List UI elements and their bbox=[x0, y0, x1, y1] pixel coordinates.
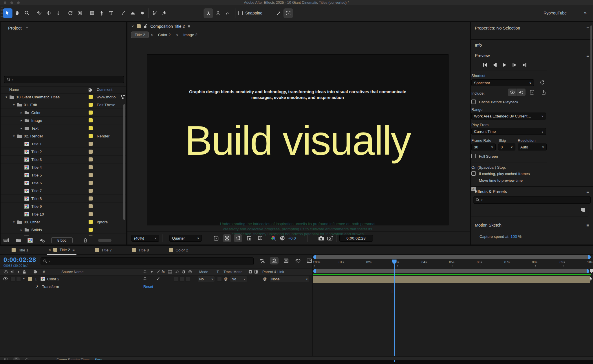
shy-switch-icon[interactable] bbox=[143, 270, 147, 274]
track-matte-dropdown[interactable]: No∨ bbox=[230, 276, 247, 282]
fast-previews-icon[interactable] bbox=[212, 234, 220, 242]
hand-tool[interactable] bbox=[12, 8, 22, 18]
toolbar-grabber[interactable] bbox=[1, 8, 3, 19]
project-row[interactable]: Title 8 bbox=[1, 195, 126, 203]
timeline-search-input[interactable]: ∨ bbox=[41, 257, 254, 265]
project-row[interactable]: Title 10 bbox=[1, 210, 126, 218]
panel-menu-icon[interactable]: ≡ bbox=[586, 53, 589, 58]
info-panel-header[interactable]: Info bbox=[475, 43, 482, 47]
full-screen-checkbox[interactable] bbox=[471, 154, 476, 158]
source-name-column-label[interactable]: Source Name bbox=[61, 270, 83, 274]
parent-link-column-label[interactable]: Parent & Link bbox=[262, 270, 284, 274]
effects-presets-header[interactable]: Effects & Presets bbox=[475, 189, 507, 194]
zoom-tool[interactable] bbox=[22, 8, 32, 18]
work-area-bar[interactable] bbox=[313, 269, 589, 273]
label-swatch[interactable] bbox=[89, 220, 93, 224]
label-swatch[interactable] bbox=[89, 181, 93, 185]
navigator-end-handle[interactable] bbox=[588, 255, 591, 259]
panel-menu-icon[interactable]: ≡ bbox=[188, 24, 190, 29]
label-swatch[interactable] bbox=[89, 204, 93, 208]
reset-icon[interactable] bbox=[540, 80, 545, 85]
delete-icon[interactable] bbox=[83, 238, 88, 243]
preview-panel-header[interactable]: Preview bbox=[475, 53, 490, 58]
exposure-value[interactable]: +0.0 bbox=[288, 236, 296, 240]
project-row[interactable]: Title 2 bbox=[1, 148, 126, 156]
project-search-input[interactable]: ∨ bbox=[4, 76, 124, 83]
frame-blend-switch-icon[interactable] bbox=[168, 270, 172, 274]
label-swatch[interactable] bbox=[89, 126, 93, 130]
snap-arrow-icon[interactable] bbox=[274, 8, 283, 18]
snapping-checkbox[interactable] bbox=[238, 11, 243, 15]
node-tree-icon[interactable] bbox=[213, 8, 223, 18]
render-engine-icon[interactable] bbox=[39, 238, 45, 243]
pan-camera-tool[interactable] bbox=[44, 8, 53, 18]
current-time-display[interactable]: 0:00:02:28 00088 (30.00 fps) bbox=[3, 256, 36, 267]
layer-shy-icon[interactable] bbox=[143, 277, 147, 281]
layer-row[interactable]: ▾ 1 Color 2 No∨ @ No∨ @ None∨ bbox=[0, 275, 313, 283]
capture-speed-value[interactable]: 100 bbox=[510, 234, 517, 239]
panel-menu-icon[interactable]: ≡ bbox=[586, 25, 589, 30]
transparency-grid-icon[interactable] bbox=[223, 234, 231, 242]
label-swatch[interactable] bbox=[89, 165, 93, 169]
mask-visibility-icon[interactable] bbox=[234, 234, 242, 242]
effects-search-input[interactable]: ∨ bbox=[473, 196, 591, 204]
play-button[interactable] bbox=[501, 62, 508, 68]
layer-switch-box[interactable] bbox=[180, 277, 184, 282]
dolly-camera-tool[interactable] bbox=[53, 8, 63, 18]
shy-layers-icon[interactable] bbox=[270, 257, 279, 264]
snap-bounds-icon[interactable] bbox=[283, 8, 293, 18]
next-frame-button[interactable] bbox=[511, 62, 518, 68]
project-row[interactable]: Title 6 bbox=[1, 179, 126, 187]
panel-menu-icon[interactable]: ≡ bbox=[586, 223, 589, 228]
label-swatch[interactable] bbox=[89, 173, 93, 177]
skip-dropdown[interactable]: 0∨ bbox=[498, 144, 515, 150]
magnification-dropdown[interactable]: (40%)∨ bbox=[131, 235, 159, 242]
transform-row[interactable]: ❯ Transform Reset bbox=[0, 283, 313, 290]
selection-tool[interactable] bbox=[3, 8, 12, 18]
last-frame-button[interactable] bbox=[521, 62, 528, 68]
brush-tool[interactable] bbox=[118, 8, 128, 18]
render-queue-icon[interactable] bbox=[4, 358, 8, 360]
project-row[interactable]: ▸Image bbox=[1, 117, 126, 124]
threed-switch-icon[interactable] bbox=[188, 270, 192, 274]
panel-resize-pill[interactable] bbox=[98, 239, 111, 242]
twirl-icon[interactable]: ❯ bbox=[36, 284, 38, 288]
work-area-start-handle[interactable] bbox=[313, 269, 316, 273]
blend-mode-dropdown[interactable]: No∨ bbox=[198, 276, 215, 282]
panel-menu-icon[interactable]: ≡ bbox=[72, 248, 75, 252]
pen-tool[interactable] bbox=[97, 8, 106, 18]
chevron-down-icon[interactable]: ▾ bbox=[3, 95, 9, 99]
chevron-right-icon[interactable]: ▸ bbox=[19, 119, 24, 122]
label-swatch[interactable] bbox=[89, 196, 93, 201]
layer-video-icon[interactable] bbox=[3, 277, 8, 280]
layer-marker-pen-icon[interactable] bbox=[589, 276, 592, 281]
camera-region-tool[interactable] bbox=[75, 8, 85, 18]
parent-link-dropdown[interactable]: None∨ bbox=[270, 276, 309, 282]
include-audio-icon[interactable] bbox=[517, 89, 526, 96]
label-swatch[interactable] bbox=[89, 103, 93, 107]
transform-reset-link[interactable]: Reset bbox=[143, 284, 153, 289]
project-row[interactable]: Title 7 bbox=[1, 187, 126, 195]
unlock-icon[interactable] bbox=[144, 24, 147, 28]
label-swatch[interactable] bbox=[89, 212, 93, 216]
column-name[interactable]: Name bbox=[9, 88, 19, 92]
roto-brush-tool[interactable] bbox=[150, 8, 159, 18]
export-frame-icon[interactable] bbox=[539, 89, 548, 96]
bit-depth-button[interactable]: 8 bpc bbox=[51, 237, 73, 243]
range-dropdown[interactable]: Work Area Extended By Current…∨ bbox=[471, 113, 546, 120]
play-from-dropdown[interactable]: Current Time∨ bbox=[471, 128, 546, 135]
preview-timecode[interactable]: 0:00:02:28 bbox=[339, 235, 373, 242]
chevron-down-icon[interactable]: ▾ bbox=[11, 220, 17, 224]
timeline-tab[interactable]: Title 1 bbox=[10, 246, 30, 254]
label-column-icon[interactable] bbox=[34, 270, 38, 274]
work-area-end-handle[interactable] bbox=[587, 269, 589, 273]
rectangle-tool[interactable] bbox=[87, 8, 97, 18]
label-swatch[interactable] bbox=[89, 157, 93, 161]
resolution-preview-dropdown[interactable]: Auto∨ bbox=[518, 144, 547, 150]
type-tool[interactable] bbox=[106, 8, 116, 18]
composition-flowchart-icon[interactable] bbox=[258, 257, 266, 265]
chevron-right-icon[interactable]: ▸ bbox=[19, 126, 24, 130]
preserve-transparency-box[interactable] bbox=[217, 277, 222, 282]
breadcrumb-item[interactable]: Image 2 bbox=[180, 32, 201, 38]
chevron-right-icon[interactable]: ▸ bbox=[19, 228, 24, 232]
